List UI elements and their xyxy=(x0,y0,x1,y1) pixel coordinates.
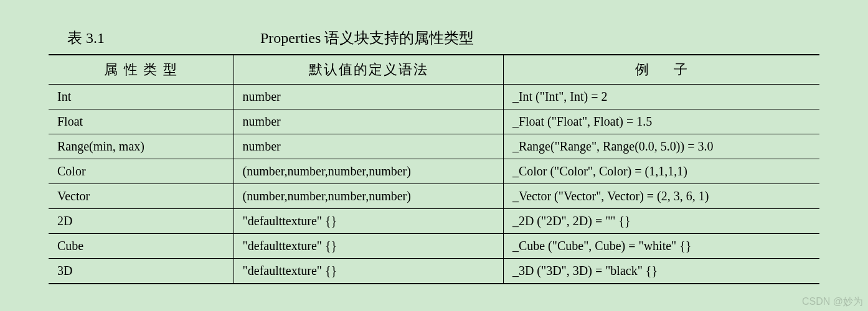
table-row: Int number _Int ("Int", Int) = 2 xyxy=(49,85,819,109)
table-body: Int number _Int ("Int", Int) = 2 Float n… xyxy=(49,85,819,284)
header-example: 例子 xyxy=(503,55,819,85)
cell-type: Cube xyxy=(49,234,234,259)
table-row: Color (number,number,number,number) _Col… xyxy=(49,159,819,184)
table-title: Properties 语义块支持的属性类型 xyxy=(223,28,819,48)
table-row: 3D "defaulttexture" {} _3D ("3D", 3D) = … xyxy=(49,259,819,284)
cell-type: Int xyxy=(49,85,234,109)
cell-type: Float xyxy=(49,109,234,134)
table-number: 表 3.1 xyxy=(49,28,223,48)
cell-syntax: "defaulttexture" {} xyxy=(234,259,503,284)
cell-type: 3D xyxy=(49,259,234,284)
table-row: Range(min, max) number _Range("Range", R… xyxy=(49,134,819,159)
cell-example: _2D ("2D", 2D) = "" {} xyxy=(503,209,819,234)
table-caption: 表 3.1 Properties 语义块支持的属性类型 xyxy=(49,28,819,48)
cell-example: _Vector ("Vector", Vector) = (2, 3, 6, 1… xyxy=(503,184,819,209)
properties-table: 属 性 类 型 默认值的定义语法 例子 Int number _Int ("In… xyxy=(49,54,819,284)
header-example-char2: 子 xyxy=(674,62,687,77)
cell-type: Range(min, max) xyxy=(49,134,234,159)
cell-example: _Color ("Color", Color) = (1,1,1,1) xyxy=(503,159,819,184)
cell-type: Vector xyxy=(49,184,234,209)
cell-type: Color xyxy=(49,159,234,184)
table-row: Float number _Float ("Float", Float) = 1… xyxy=(49,109,819,134)
cell-example: _3D ("3D", 3D) = "black" {} xyxy=(503,259,819,284)
watermark: CSDN @妙为 xyxy=(802,295,863,309)
cell-syntax: "defaulttexture" {} xyxy=(234,234,503,259)
header-example-char1: 例 xyxy=(635,62,649,77)
cell-syntax: (number,number,number,number) xyxy=(234,184,503,209)
cell-example: _Int ("Int", Int) = 2 xyxy=(503,85,819,109)
header-default-syntax: 默认值的定义语法 xyxy=(234,55,503,85)
cell-syntax: "defaulttexture" {} xyxy=(234,209,503,234)
header-attribute-type: 属 性 类 型 xyxy=(49,55,234,85)
table-row: Vector (number,number,number,number) _Ve… xyxy=(49,184,819,209)
cell-example: _Range("Range", Range(0.0, 5.0)) = 3.0 xyxy=(503,134,819,159)
document-page: 表 3.1 Properties 语义块支持的属性类型 属 性 类 型 默认值的… xyxy=(0,0,868,290)
cell-syntax: number xyxy=(234,109,503,134)
table-header-row: 属 性 类 型 默认值的定义语法 例子 xyxy=(49,55,819,85)
cell-syntax: number xyxy=(234,85,503,109)
cell-example: _Float ("Float", Float) = 1.5 xyxy=(503,109,819,134)
cell-example: _Cube ("Cube", Cube) = "white" {} xyxy=(503,234,819,259)
table-row: 2D "defaulttexture" {} _2D ("2D", 2D) = … xyxy=(49,209,819,234)
cell-syntax: (number,number,number,number) xyxy=(234,159,503,184)
cell-syntax: number xyxy=(234,134,503,159)
cell-type: 2D xyxy=(49,209,234,234)
table-row: Cube "defaulttexture" {} _Cube ("Cube", … xyxy=(49,234,819,259)
